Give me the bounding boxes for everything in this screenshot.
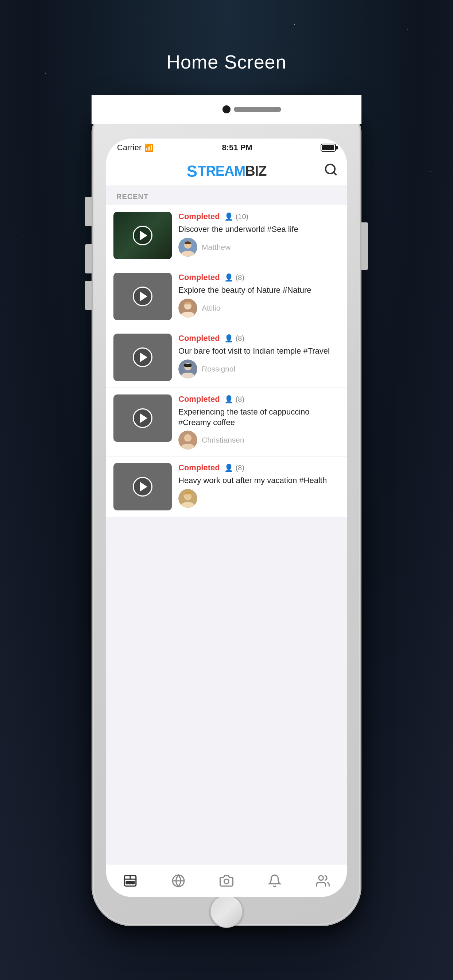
nav-notifications[interactable]: [260, 870, 289, 891]
feed-thumbnail-1[interactable]: [113, 212, 172, 259]
logo-biz: BIZ: [245, 163, 266, 179]
play-icon-3: [140, 353, 147, 362]
feed-title-3: Our bare foot visit to Indian temple #Tr…: [179, 346, 340, 356]
svg-rect-12: [185, 364, 191, 366]
status-row-5: Completed 👤 (8): [179, 463, 340, 473]
status-row-2: Completed 👤 (8): [179, 273, 340, 282]
logo-stream: TREAM: [198, 163, 245, 179]
status-badge-1: Completed: [179, 212, 220, 221]
feed-list: Completed 👤 (10) Discover the underworld…: [106, 205, 347, 517]
play-icon-5: [140, 482, 147, 492]
feed-thumbnail-3[interactable]: [113, 334, 172, 381]
status-time: 8:51 PM: [222, 143, 252, 153]
carrier-label: Carrier 📶: [117, 143, 153, 153]
svg-rect-23: [129, 881, 131, 883]
svg-point-15: [185, 434, 191, 441]
play-icon-2: [140, 292, 147, 301]
author-row-2: Attilio: [179, 299, 340, 318]
viewer-count-4: 👤 (8): [224, 395, 244, 404]
phone-speaker: [234, 107, 281, 112]
svg-rect-22: [126, 881, 128, 883]
nav-social[interactable]: [309, 870, 337, 891]
author-row-3: Rossignol: [179, 360, 340, 379]
bottom-nav: [106, 864, 347, 897]
svg-point-27: [224, 879, 229, 884]
feed-thumbnail-4[interactable]: [113, 395, 172, 442]
home-button[interactable]: [210, 895, 243, 928]
author-name-4: Christiansen: [202, 436, 244, 444]
status-badge-2: Completed: [179, 273, 220, 282]
status-badge-4: Completed: [179, 395, 220, 404]
status-bar: Carrier 📶 8:51 PM: [106, 138, 347, 157]
status-row-4: Completed 👤 (8): [179, 395, 340, 404]
feed-title-4: Experiencing the taste of cappuccino #Cr…: [179, 407, 340, 428]
play-icon-1: [140, 231, 147, 240]
feed-title-1: Discover the underworld #Sea life: [179, 224, 340, 235]
status-badge-3: Completed: [179, 334, 220, 343]
feed-title-2: Explore the beauty of Nature #Nature: [179, 285, 340, 296]
status-row-1: Completed 👤 (10): [179, 212, 340, 221]
app-header: S TREAM BIZ: [106, 157, 347, 186]
status-badge-5: Completed: [179, 463, 220, 473]
play-button-1[interactable]: [133, 226, 152, 245]
app-logo: S TREAM BIZ: [187, 162, 266, 180]
svg-line-1: [333, 172, 336, 175]
play-button-2[interactable]: [133, 286, 152, 306]
feed-info-5: Completed 👤 (8) Heavy work out after my …: [179, 463, 340, 508]
wifi-icon: 📶: [144, 143, 153, 152]
play-button-3[interactable]: [133, 347, 152, 367]
svg-point-28: [319, 875, 324, 880]
author-avatar-3: [179, 360, 197, 379]
author-avatar-1: [179, 238, 197, 257]
status-row-3: Completed 👤 (8): [179, 334, 340, 343]
phone-top-bar: [91, 95, 362, 124]
author-avatar-2: [179, 299, 197, 318]
author-name-1: Matthew: [202, 243, 231, 251]
phone-frame: Carrier 📶 8:51 PM S TREAM BIZ: [91, 95, 362, 926]
battery-fill: [322, 145, 334, 150]
feed-item-2[interactable]: Completed 👤 (8) Explore the beauty of Na…: [106, 266, 347, 327]
person-icon-2: 👤: [224, 273, 233, 282]
feed-item-4[interactable]: Completed 👤 (8) Experiencing the taste o…: [106, 388, 347, 457]
viewer-count-5: 👤 (8): [224, 463, 244, 472]
battery-icon: [321, 144, 336, 152]
recent-section-label: RECENT: [106, 186, 347, 205]
author-row-1: Matthew: [179, 238, 340, 257]
feed-info-2: Completed 👤 (8) Explore the beauty of Na…: [179, 273, 340, 318]
feed-info-3: Completed 👤 (8) Our bare foot visit to I…: [179, 334, 340, 379]
feed-thumbnail-2[interactable]: [113, 273, 172, 320]
feed-item[interactable]: Completed 👤 (10) Discover the underworld…: [106, 205, 347, 266]
author-name-2: Attilio: [202, 304, 220, 312]
author-row-4: Christiansen: [179, 431, 340, 450]
play-button-5[interactable]: [133, 477, 152, 496]
feed-item-5[interactable]: Completed 👤 (8) Heavy work out after my …: [106, 457, 347, 517]
content-area: RECENT Completed 👤 (10): [106, 186, 347, 864]
person-icon-4: 👤: [224, 395, 233, 404]
person-icon-3: 👤: [224, 334, 233, 343]
feed-title-5: Heavy work out after my vacation #Health: [179, 476, 340, 486]
page-title: Home Screen: [167, 51, 287, 73]
viewer-count-1: 👤 (10): [224, 212, 249, 221]
viewer-count-2: 👤 (8): [224, 273, 244, 282]
nav-explore[interactable]: [164, 870, 193, 891]
nav-camera[interactable]: [212, 870, 241, 891]
search-button[interactable]: [324, 162, 338, 180]
feed-item-3[interactable]: Completed 👤 (8) Our bare foot visit to I…: [106, 327, 347, 388]
person-icon-1: 👤: [224, 212, 233, 221]
feed-info-4: Completed 👤 (8) Experiencing the taste o…: [179, 395, 340, 450]
viewer-count-3: 👤 (8): [224, 334, 244, 343]
feed-info-1: Completed 👤 (10) Discover the underworld…: [179, 212, 340, 257]
person-icon-5: 👤: [224, 463, 233, 472]
author-avatar-4: [179, 431, 197, 450]
play-icon-4: [140, 414, 147, 423]
author-name-3: Rossignol: [202, 364, 235, 373]
nav-home[interactable]: [116, 870, 144, 891]
author-row-5: [179, 489, 340, 508]
home-button-area: [210, 897, 243, 926]
play-button-4[interactable]: [133, 408, 152, 428]
phone-screen: Carrier 📶 8:51 PM S TREAM BIZ: [106, 138, 347, 897]
author-avatar-5: [179, 489, 197, 508]
phone-camera: [222, 105, 231, 113]
logo-s: S: [187, 162, 197, 180]
feed-thumbnail-5[interactable]: [113, 463, 172, 511]
